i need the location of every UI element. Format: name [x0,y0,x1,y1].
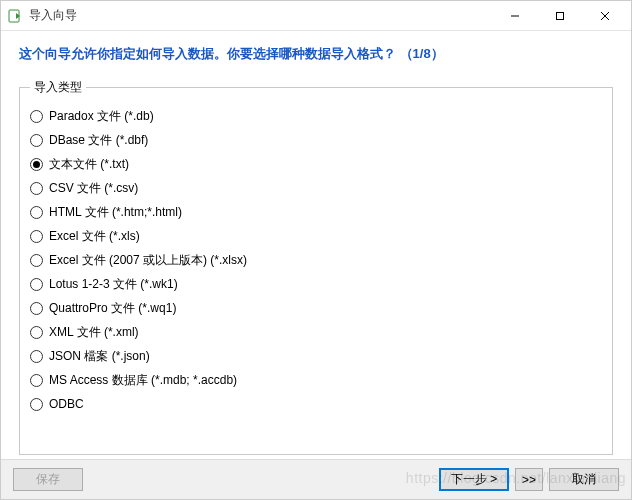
import-type-option[interactable]: HTML 文件 (*.htm;*.html) [30,200,602,224]
option-label: MS Access 数据库 (*.mdb; *.accdb) [49,372,237,389]
cancel-button[interactable]: 取消 [549,468,619,491]
radio-icon[interactable] [30,302,43,315]
import-type-option[interactable]: ODBC [30,392,602,416]
radio-icon[interactable] [30,398,43,411]
radio-icon[interactable] [30,278,43,291]
import-type-option[interactable]: 文本文件 (*.txt) [30,152,602,176]
import-type-option[interactable]: Paradox 文件 (*.db) [30,104,602,128]
import-type-option[interactable]: DBase 文件 (*.dbf) [30,128,602,152]
next-button[interactable]: 下一步 > [439,468,509,491]
skip-button[interactable]: >> [515,468,543,491]
radio-icon[interactable] [30,206,43,219]
option-label: Excel 文件 (2007 或以上版本) (*.xlsx) [49,252,247,269]
option-label: 文本文件 (*.txt) [49,156,129,173]
group-legend: 导入类型 [30,79,86,96]
import-type-option[interactable]: MS Access 数据库 (*.mdb; *.accdb) [30,368,602,392]
maximize-button[interactable] [537,2,582,30]
option-label: Excel 文件 (*.xls) [49,228,140,245]
import-type-option[interactable]: Lotus 1-2-3 文件 (*.wk1) [30,272,602,296]
option-label: QuattroPro 文件 (*.wq1) [49,300,176,317]
option-label: JSON 檔案 (*.json) [49,348,150,365]
import-type-option[interactable]: Excel 文件 (2007 或以上版本) (*.xlsx) [30,248,602,272]
radio-icon[interactable] [30,350,43,363]
import-wizard-window: 导入向导 这个向导允许你指定如何导入数据。你要选择哪种数据导入格式？ （1/8）… [0,0,632,500]
app-icon [7,8,23,24]
import-type-option[interactable]: JSON 檔案 (*.json) [30,344,602,368]
import-type-option[interactable]: CSV 文件 (*.csv) [30,176,602,200]
radio-icon[interactable] [30,230,43,243]
radio-icon[interactable] [30,134,43,147]
wizard-question: 这个向导允许你指定如何导入数据。你要选择哪种数据导入格式？ （1/8） [1,31,631,69]
option-label: Paradox 文件 (*.db) [49,108,154,125]
radio-icon[interactable] [30,158,43,171]
minimize-button[interactable] [492,2,537,30]
content-area: 导入类型 Paradox 文件 (*.db)DBase 文件 (*.dbf)文本… [1,69,631,459]
import-type-group: 导入类型 Paradox 文件 (*.db)DBase 文件 (*.dbf)文本… [19,79,613,455]
svg-rect-2 [556,12,563,19]
window-title: 导入向导 [29,7,492,24]
radio-icon[interactable] [30,182,43,195]
option-label: Lotus 1-2-3 文件 (*.wk1) [49,276,178,293]
option-label: XML 文件 (*.xml) [49,324,139,341]
option-label: HTML 文件 (*.htm;*.html) [49,204,182,221]
wizard-footer: 保存 下一步 > >> 取消 [1,459,631,499]
import-type-option[interactable]: QuattroPro 文件 (*.wq1) [30,296,602,320]
option-label: DBase 文件 (*.dbf) [49,132,148,149]
save-button[interactable]: 保存 [13,468,83,491]
option-label: CSV 文件 (*.csv) [49,180,138,197]
option-label: ODBC [49,397,84,411]
radio-icon[interactable] [30,110,43,123]
import-type-option[interactable]: Excel 文件 (*.xls) [30,224,602,248]
close-button[interactable] [582,2,627,30]
titlebar: 导入向导 [1,1,631,31]
import-type-option[interactable]: XML 文件 (*.xml) [30,320,602,344]
window-controls [492,2,627,30]
radio-icon[interactable] [30,326,43,339]
radio-icon[interactable] [30,374,43,387]
radio-icon[interactable] [30,254,43,267]
